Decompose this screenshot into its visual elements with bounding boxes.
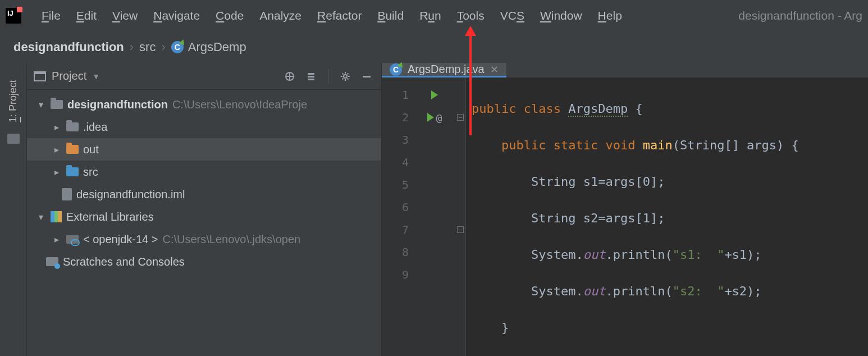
select-opened-file-icon[interactable] xyxy=(282,69,298,84)
editor-tab-active[interactable]: C ArgsDemp.java ✕ xyxy=(382,63,506,77)
tree-row-scratches[interactable]: Scratches and Consoles xyxy=(27,250,381,273)
java-class-icon: C xyxy=(390,63,402,76)
project-view-icon xyxy=(34,71,46,81)
folder-icon xyxy=(51,100,63,109)
editor-body: 123456789 @ public class ArgsDemp { publ… xyxy=(382,78,868,356)
chevron-right-icon[interactable]: ▸ xyxy=(52,144,62,155)
fold-gutter xyxy=(455,78,466,356)
menu-view[interactable]: View xyxy=(107,7,143,25)
library-icon xyxy=(51,211,62,222)
project-tree: ▾ designandfunction C:\Users\Lenovo\Idea… xyxy=(27,90,381,356)
tree-row-idea[interactable]: ▸ .idea xyxy=(27,116,381,138)
jdk-icon xyxy=(66,235,79,244)
tree-row-project-root[interactable]: ▾ designandfunction C:\Users\Lenovo\Idea… xyxy=(27,93,381,116)
folder-icon xyxy=(66,145,79,154)
scratches-icon xyxy=(46,257,58,266)
line-number: 4 xyxy=(382,151,409,174)
close-icon[interactable]: ✕ xyxy=(490,63,499,76)
source-folder-icon xyxy=(66,167,79,176)
editor-area: C ArgsDemp.java ✕ 123456789 @ public cla… xyxy=(382,63,868,356)
tree-row-iml[interactable]: designandfunction.iml xyxy=(27,183,381,206)
module-file-icon xyxy=(62,188,72,200)
menu-help[interactable]: Help xyxy=(592,7,628,25)
menu-edit[interactable]: Edit xyxy=(71,7,102,25)
chevron-right-icon[interactable]: ▸ xyxy=(52,234,62,245)
menu-code[interactable]: Code xyxy=(210,7,249,25)
tree-row-external-libraries[interactable]: ▾ External Libraries xyxy=(27,206,381,228)
svg-point-6 xyxy=(344,75,347,78)
line-number: 6 xyxy=(382,196,409,218)
run-line-marker-icon[interactable] xyxy=(414,84,455,106)
project-tool-button[interactable]: 1: Project xyxy=(7,80,19,122)
folder-icon xyxy=(66,122,79,131)
app-icon: IJ xyxy=(6,8,21,24)
menu-build[interactable]: Build xyxy=(372,7,409,25)
menu-refactor[interactable]: Refactor xyxy=(312,7,367,25)
svg-rect-4 xyxy=(308,76,314,77)
chevron-right-icon[interactable]: ▸ xyxy=(52,167,62,177)
code-editor[interactable]: public class ArgsDemp { public static vo… xyxy=(466,78,868,356)
menu-analyze[interactable]: Analyze xyxy=(254,7,307,25)
chevron-down-icon[interactable]: ▾ xyxy=(36,212,46,222)
line-number: 5 xyxy=(382,174,409,196)
line-number: 7 xyxy=(382,218,409,241)
tab-label: ArgsDemp.java xyxy=(408,63,485,76)
line-number: 9 xyxy=(382,263,409,286)
project-panel-header: Project ▼ xyxy=(27,63,381,90)
breadcrumb-file[interactable]: C ArgsDemp xyxy=(171,40,246,54)
fold-marker-icon[interactable] xyxy=(457,226,464,233)
tree-row-src[interactable]: ▸ src xyxy=(27,161,381,183)
run-line-marker-icon[interactable]: @ xyxy=(414,106,455,129)
tree-row-out[interactable]: ▸ out xyxy=(27,138,381,161)
menu-window[interactable]: Window xyxy=(534,7,588,25)
main-area: 1: Project Project ▼ ▾ xyxy=(0,63,868,356)
line-number: 8 xyxy=(382,241,409,263)
breadcrumb-root[interactable]: designandfunction xyxy=(13,40,124,54)
panel-title[interactable]: Project xyxy=(52,70,86,83)
project-panel: Project ▼ ▾ designandfunction xyxy=(27,63,382,356)
menu-vcs[interactable]: VCS xyxy=(495,7,530,25)
editor-tabs: C ArgsDemp.java ✕ xyxy=(382,63,868,78)
chevron-right-icon: › xyxy=(130,40,134,54)
tree-row-jdk[interactable]: ▸ < openjdk-14 > C:\Users\Lenovo\.jdks\o… xyxy=(27,228,381,250)
chevron-right-icon[interactable]: ▸ xyxy=(52,122,62,133)
menu-bar: IJ FileEditViewNavigateCodeAnalyzeRefact… xyxy=(0,0,868,31)
line-number-gutter: 123456789 xyxy=(382,78,414,356)
structure-tool-icon[interactable] xyxy=(7,134,20,144)
svg-rect-3 xyxy=(308,73,314,75)
line-number: 1 xyxy=(382,84,409,106)
line-number: 3 xyxy=(382,129,409,151)
run-gutter: @ xyxy=(414,78,455,356)
chevron-down-icon[interactable]: ▾ xyxy=(36,99,46,110)
line-number: 2 xyxy=(382,106,409,129)
breadcrumb: designandfunction › src › C ArgsDemp xyxy=(0,31,868,63)
java-class-icon: C xyxy=(171,41,184,53)
gear-icon[interactable] xyxy=(337,69,353,84)
svg-rect-5 xyxy=(308,79,314,80)
window-title: designandfunction - Arg xyxy=(738,9,862,22)
left-tool-strip: 1: Project xyxy=(0,63,27,356)
fold-marker-icon[interactable] xyxy=(457,114,464,121)
hide-panel-icon[interactable] xyxy=(359,69,374,84)
menu-navigate[interactable]: Navigate xyxy=(148,7,205,25)
chevron-right-icon: › xyxy=(161,40,165,54)
chevron-down-icon[interactable]: ▼ xyxy=(92,72,100,81)
expand-all-icon[interactable] xyxy=(303,69,319,84)
breadcrumb-src[interactable]: src xyxy=(139,40,156,54)
menu-run[interactable]: Run xyxy=(414,7,447,25)
menu-file[interactable]: File xyxy=(36,7,66,25)
menu-tools[interactable]: Tools xyxy=(451,7,490,25)
svg-rect-7 xyxy=(363,76,371,77)
